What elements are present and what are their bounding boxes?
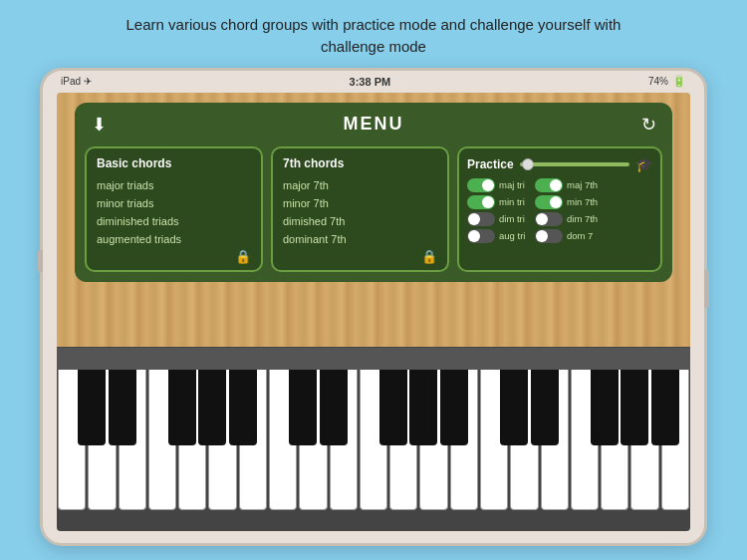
piano-ledge (57, 348, 690, 370)
white-key-11[interactable] (360, 351, 387, 510)
ipad-frame: iPad ✈ 3:38 PM 74% 🔋 ⬇ MENU ↻ (40, 68, 707, 546)
piano-keys (57, 351, 690, 531)
menu-panel: ⬇ MENU ↻ Basic chords major triads minor… (75, 103, 672, 283)
toggle-aug-tri[interactable] (467, 229, 495, 243)
white-key-7[interactable] (239, 351, 267, 510)
basic-chord-item-4: augmented triads (97, 230, 251, 248)
seventh-chord-item-4: dominant 7th (283, 230, 437, 248)
header-text: Learn various chord groups with practice… (67, 0, 681, 68)
seventh-chord-item-2: minor 7th (283, 194, 437, 212)
statusbar-left: iPad ✈ (61, 76, 92, 87)
white-key-1[interactable] (58, 351, 86, 510)
piano-area (57, 347, 690, 531)
toggle-label-aug-tri: aug tri (499, 230, 531, 241)
basic-chords-card[interactable]: Basic chords major triads minor triads d… (85, 146, 263, 273)
toggle-label-min-tri: min tri (499, 196, 531, 207)
battery-label: 74% (648, 76, 668, 87)
white-key-8[interactable] (269, 351, 297, 510)
white-key-9[interactable] (299, 351, 327, 510)
volume-button (38, 250, 43, 272)
statusbar-right: 74% 🔋 (648, 75, 686, 88)
toggle-dim-7th[interactable] (535, 212, 563, 226)
toggle-min-tri[interactable] (467, 195, 495, 209)
basic-chords-title: Basic chords (97, 156, 251, 170)
toggle-label-dom-7: dom 7 (567, 230, 599, 241)
refresh-icon: ↻ (641, 114, 656, 136)
toggle-dom-7[interactable] (535, 229, 563, 243)
white-key-10[interactable] (330, 351, 358, 510)
toggle-maj-7th[interactable] (535, 178, 563, 192)
seventh-chord-item-3: dimished 7th (283, 212, 437, 230)
menu-title: MENU (113, 114, 634, 135)
download-icon: ⬇ (92, 114, 107, 136)
white-key-15[interactable] (480, 351, 508, 510)
toggle-row-1: maj tri maj 7th (467, 178, 652, 192)
battery-icon: 🔋 (672, 75, 686, 88)
lock-icon-basic: 🔒 (235, 249, 251, 264)
menu-header: ⬇ MENU ↻ (85, 111, 662, 139)
power-button (704, 270, 709, 308)
toggle-dim-tri[interactable] (467, 212, 495, 226)
basic-chord-item-3: diminished triads (97, 212, 251, 230)
toggle-min-7th[interactable] (535, 195, 563, 209)
practice-title: Practice (467, 157, 514, 171)
seventh-chord-item-1: major 7th (283, 176, 437, 194)
white-key-2[interactable] (88, 351, 116, 510)
refresh-button[interactable]: ↻ (634, 111, 662, 139)
toggle-row-3: dim tri dim 7th (467, 212, 652, 226)
white-key-20[interactable] (630, 351, 658, 510)
white-key-21[interactable] (661, 351, 689, 510)
seventh-chords-title: 7th chords (283, 156, 437, 170)
toggle-label-dim-tri: dim tri (499, 213, 531, 224)
white-key-14[interactable] (450, 351, 478, 510)
white-key-12[interactable] (389, 351, 417, 510)
white-key-18[interactable] (571, 351, 599, 510)
white-key-13[interactable] (419, 351, 447, 510)
white-key-3[interactable] (119, 351, 146, 510)
toggle-maj-tri[interactable] (467, 178, 495, 192)
toggle-label-dim-7th: dim 7th (567, 213, 599, 224)
practice-card: Practice 🎓 maj tri maj 7th (457, 146, 662, 273)
ipad-screen: ⬇ MENU ↻ Basic chords major triads minor… (57, 93, 690, 531)
toggle-label-maj-tri: maj tri (499, 179, 531, 190)
download-button[interactable]: ⬇ (85, 111, 113, 139)
white-key-6[interactable] (208, 351, 236, 510)
seventh-chords-card[interactable]: 7th chords major 7th minor 7th dimished … (271, 146, 449, 273)
practice-slider[interactable] (520, 162, 629, 166)
white-key-4[interactable] (148, 351, 176, 510)
white-key-16[interactable] (510, 351, 538, 510)
toggle-label-maj-7th: maj 7th (567, 179, 599, 190)
ipad-label: iPad ✈ (61, 76, 92, 87)
menu-cards: Basic chords major triads minor triads d… (85, 146, 662, 273)
white-key-19[interactable] (601, 351, 628, 510)
white-key-5[interactable] (178, 351, 206, 510)
slider-thumb (522, 158, 534, 170)
statusbar-time: 3:38 PM (350, 76, 391, 88)
graduation-icon: 🎓 (635, 156, 652, 172)
white-key-17[interactable] (541, 351, 569, 510)
toggle-label-min-7th: min 7th (567, 196, 599, 207)
practice-header: Practice 🎓 (467, 156, 652, 172)
toggle-row-4: aug tri dom 7 (467, 229, 652, 243)
basic-chord-item-2: minor triads (97, 194, 251, 212)
basic-chord-item-1: major triads (97, 176, 251, 194)
toggle-row-2: min tri min 7th (467, 195, 652, 209)
lock-icon-seventh: 🔒 (421, 249, 437, 264)
status-bar: iPad ✈ 3:38 PM 74% 🔋 (43, 71, 704, 93)
